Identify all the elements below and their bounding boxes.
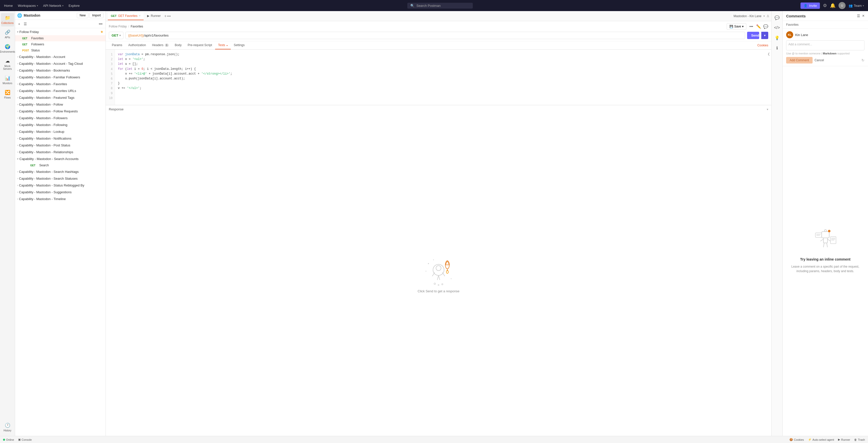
invite-button[interactable]: 👤 Invite <box>801 2 820 9</box>
nav-explore[interactable]: Explore <box>68 4 80 7</box>
more-request-options[interactable]: ••• <box>748 24 754 29</box>
response-area[interactable]: Response ▾ <box>106 105 771 113</box>
sidebar-item-collections[interactable]: 📁 Collections <box>1 13 14 26</box>
sidebar-item-flows[interactable]: 🔀 Flows <box>1 88 14 101</box>
sub-collection-header-6[interactable]: › Capability - Mastodon - Featured Tags <box>15 94 105 101</box>
method-label: GET <box>112 33 118 37</box>
cookies-bottom-button[interactable]: 🍪 Cookies <box>789 438 804 441</box>
comment-input-area: KL Kin Lane Add a comment... Use @ to me… <box>783 29 868 66</box>
tab-tests[interactable]: Tests ● <box>215 41 231 49</box>
sub-collection-header-5[interactable]: › Capability - Mastodon - Favorites URLs <box>15 87 105 94</box>
refresh-icon[interactable]: ↻ <box>862 58 865 62</box>
collection-item-followers[interactable]: GET Followers <box>15 41 105 48</box>
fork-icon[interactable]: ⑃ <box>767 14 769 19</box>
star-icon: ★ <box>100 30 103 34</box>
cancel-comment-button[interactable]: Cancel <box>815 58 824 62</box>
save-button[interactable]: 💾 Save ▾ <box>727 23 746 30</box>
trash-button[interactable]: 🗑 Trash <box>854 438 865 441</box>
workspace-name: Mastodon <box>24 13 40 18</box>
sub-collection-header-7[interactable]: › Capability - Mastodon - Follow <box>15 101 105 108</box>
sub-collection-header-0[interactable]: › Capability - Mastodon - Account <box>15 53 105 60</box>
nav-api-network[interactable]: API Network ▾ <box>43 4 63 7</box>
chevron-right-icon: › <box>17 170 18 173</box>
collapse-editor-button[interactable]: ❮ <box>766 50 771 105</box>
tab-close-icon[interactable]: × <box>139 14 141 17</box>
collection-item-search[interactable]: GET Search <box>15 162 105 168</box>
sub-collection-header-9[interactable]: › Capability - Mastodon - Followers <box>15 115 105 121</box>
method-select[interactable]: GET ▾ <box>109 32 123 39</box>
strip-info[interactable]: ℹ <box>773 43 782 52</box>
sub-collection-header-13[interactable]: › Capability - Mastodon - Post Status <box>15 142 105 149</box>
sub-collection-header-3[interactable]: › Capability - Mastodon - Familiar Follo… <box>15 74 105 81</box>
sub-collection-header-search-accounts[interactable]: ▾ Capability - Mastodon - Search Account… <box>15 155 105 162</box>
sub-collection-17: › Capability - Mastodon - Search Statuse… <box>15 175 105 182</box>
add-tab-button[interactable]: + <box>164 14 166 19</box>
send-button[interactable]: Send <box>747 32 759 39</box>
sub-collection-header-4[interactable]: › Capability - Mastodon - Favorites <box>15 81 105 87</box>
sub-collection-header-20[interactable]: › Capability - Mastodon - Timeline <box>15 196 105 202</box>
tab-params[interactable]: Params <box>109 41 125 49</box>
tab-runner[interactable]: ▶ Runner <box>144 12 164 20</box>
chevron-right-icon: › <box>17 117 18 119</box>
url-input[interactable]: {{baseUrl}} /api/v1/favourites <box>125 32 745 39</box>
code-content[interactable]: var jsonData = pm.response.json(); let v… <box>115 50 766 105</box>
tab-body[interactable]: Body <box>172 41 185 49</box>
collection-item-favorites[interactable]: GET Favorites <box>15 35 105 41</box>
collection-group-header-follow-friday[interactable]: ▾ Follow Friday ★ <box>15 28 105 35</box>
more-options-button[interactable]: ••• <box>98 22 103 26</box>
tests-dot: ● <box>226 45 228 47</box>
runner-bottom-button[interactable]: ▶ Runner <box>838 438 850 441</box>
import-button[interactable]: Import <box>89 12 103 18</box>
edit-icon[interactable]: ✏️ <box>756 24 761 29</box>
sub-collection-header-11[interactable]: › Capability - Mastodon - Lookup <box>15 128 105 135</box>
sub-collection-header-8[interactable]: › Capability - Mastodon - Follow Request… <box>15 108 105 115</box>
settings-icon[interactable]: ⚙ <box>823 3 827 8</box>
sub-collection-header-1[interactable]: › Capability - Mastodon - Account - Tag … <box>15 60 105 67</box>
nav-home[interactable]: Home <box>4 4 13 7</box>
chevron-right-icon: › <box>17 184 18 187</box>
sidebar-item-apis[interactable]: 🔗 APIs <box>1 27 14 41</box>
add-comment-button[interactable]: Add Comment <box>786 57 813 63</box>
tab-get-favorites[interactable]: GET GET Favorites × <box>108 12 144 20</box>
sub-collection-header-12[interactable]: › Capability - Mastodon - Notifications <box>15 135 105 142</box>
bell-icon[interactable]: 🔔 <box>830 3 836 8</box>
filter-collections-button[interactable]: ☰ <box>23 22 28 26</box>
sidebar-item-environments[interactable]: 🌍 Environments <box>1 42 14 55</box>
collection-item-status[interactable]: POST Status <box>15 48 105 53</box>
new-button[interactable]: New <box>77 12 88 18</box>
add-collection-button[interactable]: + <box>17 22 21 26</box>
strip-light[interactable]: 💡 <box>773 33 782 42</box>
tab-headers[interactable]: Headers 6 <box>149 41 172 49</box>
sub-collection-header-2[interactable]: › Capability - Mastodon - Bookmarks <box>15 67 105 74</box>
more-tabs-button[interactable]: ••• <box>167 14 171 18</box>
auto-select-agent-button[interactable]: ⚡ Auto-select agent <box>808 438 834 441</box>
panel-filter-button[interactable]: ☰ <box>857 13 860 18</box>
user-avatar[interactable]: U <box>839 2 845 9</box>
tab-pre-request-script[interactable]: Pre-request Script <box>185 41 215 49</box>
api-network-dropdown-icon: ▾ <box>62 4 63 7</box>
sidebar-item-mock-servers[interactable]: ☁ Mock Servers <box>1 56 14 72</box>
comment-input[interactable]: Add a comment... <box>786 40 865 50</box>
cookies-button[interactable]: Cookies <box>757 43 768 47</box>
comment-icon[interactable]: 💬 <box>763 24 768 29</box>
sub-collection-header-18[interactable]: › Capability - Mastodon - Status Reblogg… <box>15 182 105 189</box>
sub-collection-header-19[interactable]: › Capability - Mastodon - Suggestions <box>15 189 105 196</box>
sub-collection-header-10[interactable]: › Capability - Mastodon - Following <box>15 121 105 128</box>
nav-workspaces[interactable]: Workspaces ▾ <box>18 4 38 7</box>
sub-collection-header-16[interactable]: › Capability - Mastodon - Search Hashtag… <box>15 168 105 175</box>
breadcrumb-parent[interactable]: Follow Friday <box>109 25 127 28</box>
search-bar[interactable]: 🔍 Search Postman <box>407 3 473 8</box>
sub-collection-header-14[interactable]: › Capability - Mastodon - Relationships <box>15 149 105 155</box>
sidebar-item-monitors[interactable]: 📊 Monitors <box>1 73 14 87</box>
panel-close-button[interactable]: × <box>862 13 865 18</box>
tab-authorization[interactable]: Authorization <box>125 41 149 49</box>
tab-settings[interactable]: Settings <box>231 41 248 49</box>
send-dropdown-button[interactable]: ▾ <box>761 32 768 39</box>
strip-comments[interactable]: 💬 <box>773 13 782 22</box>
sub-collection-7: › Capability - Mastodon - Follow <box>15 101 105 108</box>
console-button[interactable]: ▣ Console <box>18 438 32 441</box>
sub-collection-header-17[interactable]: › Capability - Mastodon - Search Statuse… <box>15 175 105 182</box>
strip-code[interactable]: </> <box>773 23 782 32</box>
team-button[interactable]: 👥 Team ▾ <box>848 4 864 7</box>
sidebar-item-history[interactable]: 🕐 History <box>1 420 14 434</box>
